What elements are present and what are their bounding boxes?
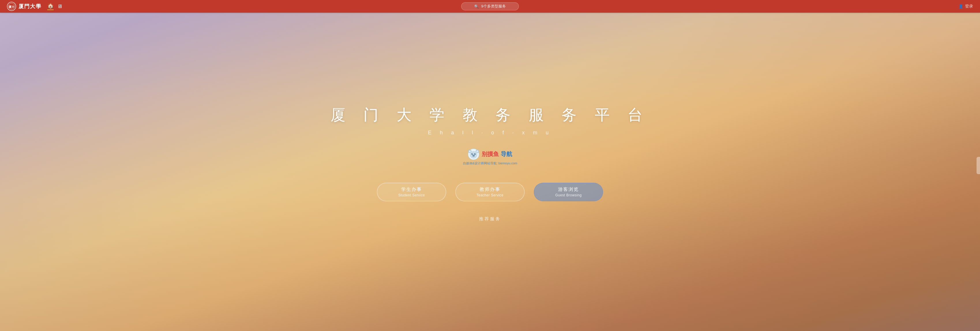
navbar: 廈大 厦門大學 🏠 🖥 🔍 9个多类型服务 👤 登录 (0, 0, 980, 13)
svg-point-11 (472, 153, 473, 154)
teacher-btn-sub: Teacher Service (476, 193, 504, 197)
user-icon: 👤 (958, 4, 963, 9)
nav-right: 👤 登录 (651, 4, 973, 9)
svg-point-7 (476, 150, 479, 152)
logo-area[interactable]: 廈大 厦門大學 (7, 2, 41, 11)
home-icon[interactable]: 🏠 (47, 3, 54, 10)
watermark-description: 自媒体&设计师网站导航: biemoyu.com (463, 161, 517, 166)
nav-center: 🔍 9个多类型服务 (329, 2, 651, 10)
service-buttons: 学生办事 Student Service 教师办事 Teacher Servic… (377, 183, 603, 201)
watermark-brand: 别摸鱼 导航 自媒体&设计师网站导航: biemoyu.com (463, 148, 517, 166)
teacher-btn-main: 教师办事 (480, 186, 500, 193)
student-service-button[interactable]: 学生办事 Student Service (377, 183, 446, 201)
guest-btn-main: 游客浏览 (558, 186, 579, 193)
student-btn-main: 学生办事 (401, 186, 422, 193)
logo-emblem-icon: 廈大 (7, 2, 16, 11)
svg-text:廈大: 廈大 (8, 5, 15, 8)
guest-browse-button[interactable]: 游客浏览 Guest Browsing (534, 183, 603, 201)
login-button[interactable]: 👤 登录 (958, 4, 973, 9)
teacher-service-button[interactable]: 教师办事 Teacher Service (455, 183, 525, 201)
monitor-icon[interactable]: 🖥 (57, 3, 62, 10)
nav-icons: 🏠 🖥 (47, 3, 62, 10)
recommend-label: 推荐服务 (479, 216, 501, 222)
guest-btn-sub: Guest Browsing (555, 193, 582, 197)
watermark-name-suffix: 导航 (499, 151, 512, 157)
search-bar[interactable]: 🔍 9个多类型服务 (461, 2, 519, 10)
hero-section: 厦 门 大 学 教 务 服 务 平 台 E h a l l · o f · x … (0, 0, 980, 331)
svg-point-5 (469, 150, 471, 152)
nav-left: 廈大 厦門大學 🏠 🖥 (7, 2, 329, 11)
search-label: 9个多类型服务 (481, 4, 506, 9)
university-name: 厦門大學 (19, 3, 41, 10)
svg-point-12 (475, 153, 476, 154)
watermark-text: 别摸鱼 导航 (482, 150, 512, 158)
login-label: 登录 (965, 4, 973, 9)
scroll-indicator (977, 157, 980, 174)
watermark-logo: 别摸鱼 导航 (468, 148, 512, 160)
watermark-name-highlight: 别摸鱼 (482, 151, 499, 157)
search-icon: 🔍 (474, 4, 479, 9)
sub-title: E h a l l · o f · x m u (428, 130, 552, 136)
svg-point-13 (473, 154, 475, 156)
koala-icon (468, 148, 479, 160)
hero-content: 厦 门 大 学 教 务 服 务 平 台 E h a l l · o f · x … (331, 105, 649, 222)
student-btn-sub: Student Service (398, 193, 425, 197)
main-title: 厦 门 大 学 教 务 服 务 平 台 (331, 105, 649, 125)
